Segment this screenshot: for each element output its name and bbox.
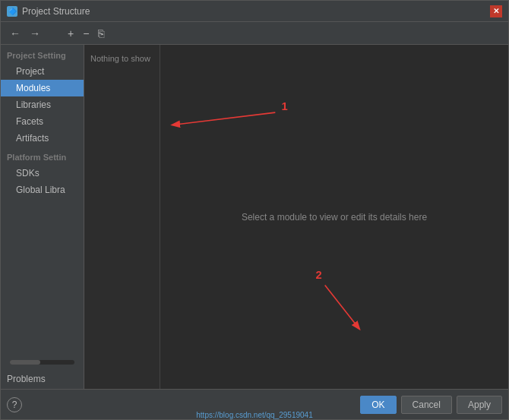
app-icon: 🔷 <box>7 6 17 17</box>
detail-panel: Select a module to view or edit its deta… <box>160 45 508 389</box>
svg-line-3 <box>325 285 359 328</box>
platform-settings-label: Platform Settin <box>1 147 84 165</box>
project-settings-label: Project Setting <box>1 45 84 63</box>
content-split: Nothing to show Select a module to view … <box>84 45 508 389</box>
remove-button[interactable]: − <box>80 26 92 41</box>
copy-button[interactable]: ⎘ <box>95 26 107 41</box>
sidebar-item-artifacts[interactable]: Artifacts <box>1 130 84 147</box>
url-label: https://blog.csdn.net/qq_29519041 <box>196 411 312 419</box>
bottom-left: ? <box>7 397 22 412</box>
content-area: Nothing to show Select a module to view … <box>84 45 508 389</box>
apply-button[interactable]: Apply <box>457 396 502 414</box>
close-button[interactable]: ✕ <box>490 5 502 17</box>
window-title: Project Structure <box>22 6 90 17</box>
bottom-bar: ? https://blog.csdn.net/qq_29519041 OK C… <box>1 389 508 419</box>
module-panel: Nothing to show <box>84 45 160 389</box>
ok-button[interactable]: OK <box>360 396 396 414</box>
detail-placeholder-text: Select a module to view or edit its deta… <box>242 212 427 223</box>
nav-back-button[interactable]: ← <box>7 26 24 41</box>
nav-forward-button[interactable]: → <box>27 26 43 41</box>
project-structure-window: 🔷 Project Structure ✕ ← → + − ⎘ Project … <box>0 0 509 420</box>
cancel-button[interactable]: Cancel <box>401 396 452 414</box>
svg-text:2: 2 <box>315 269 321 281</box>
sidebar-item-problems[interactable]: Problems <box>1 369 84 389</box>
svg-line-1 <box>172 112 275 125</box>
sidebar-item-libraries[interactable]: Libraries <box>1 96 84 113</box>
sidebar-item-modules[interactable]: Modules <box>1 80 84 96</box>
main-content: Project Setting Project Modules Librarie… <box>1 45 508 389</box>
title-bar: 🔷 Project Structure ✕ <box>1 1 508 22</box>
sidebar-item-global-libs[interactable]: Global Libra <box>1 182 84 198</box>
help-button[interactable]: ? <box>7 397 22 412</box>
sidebar: Project Setting Project Modules Librarie… <box>1 45 84 389</box>
sidebar-scrollbar[interactable] <box>10 360 74 365</box>
sidebar-item-project[interactable]: Project <box>1 63 84 80</box>
toolbar: ← → + − ⎘ <box>1 22 508 45</box>
sidebar-item-facets[interactable]: Facets <box>1 113 84 130</box>
svg-text:1: 1 <box>281 100 287 112</box>
nothing-to-show-label: Nothing to show <box>84 51 156 66</box>
sidebar-item-sdks[interactable]: SDKs <box>1 165 84 182</box>
bottom-right: OK Cancel Apply <box>360 396 502 414</box>
title-bar-left: 🔷 Project Structure <box>7 6 90 17</box>
add-button[interactable]: + <box>65 26 77 41</box>
